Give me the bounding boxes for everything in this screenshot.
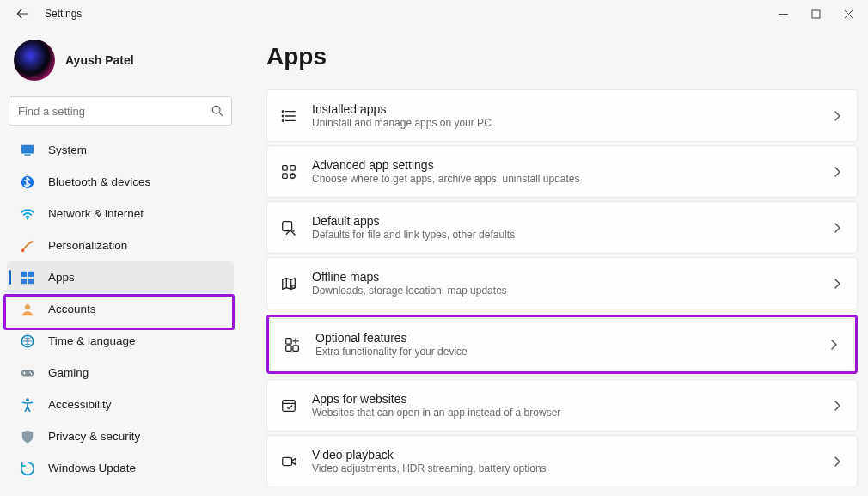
card-title: Apps for websites (312, 392, 833, 406)
svg-point-18 (282, 115, 284, 117)
svg-rect-3 (24, 154, 30, 155)
sidebar-item-label: Bluetooth & devices (48, 175, 150, 188)
apps-gear-icon (279, 162, 298, 181)
sidebar-item-label: Privacy & security (48, 430, 140, 443)
sidebar-item-time-language[interactable]: Time & language (7, 325, 234, 357)
sidebar-nav: SystemBluetooth & devicesNetwork & inter… (7, 134, 234, 484)
svg-rect-10 (28, 278, 34, 283)
svg-point-6 (21, 248, 25, 252)
person-icon (19, 301, 36, 318)
chevron-right-icon (833, 400, 841, 412)
sidebar: Ayush Patel SystemBluetooth & devicesNet… (0, 28, 241, 496)
sidebar-item-label: Time & language (48, 334, 136, 347)
card-title: Offline maps (312, 270, 833, 284)
sidebar-item-network-internet[interactable]: Network & internet (7, 198, 234, 230)
username: Ayush Patel (65, 53, 134, 67)
card-title: Default apps (312, 214, 833, 228)
sidebar-item-label: Accessibility (48, 398, 112, 411)
svg-point-5 (27, 217, 28, 219)
main-content: Apps Installed appsUninstall and manage … (241, 28, 868, 496)
sidebar-item-apps[interactable]: Apps (7, 261, 234, 293)
svg-point-11 (25, 304, 30, 309)
svg-rect-7 (21, 271, 27, 276)
sidebar-item-label: Apps (48, 271, 75, 284)
svg-rect-0 (812, 10, 820, 18)
sidebar-item-label: Windows Update (48, 462, 136, 475)
bluetooth-icon (19, 174, 36, 191)
highlight-rect-card: Optional featuresExtra functionality for… (266, 315, 858, 374)
svg-rect-28 (286, 345, 291, 350)
sidebar-item-privacy-security[interactable]: Privacy & security (7, 420, 234, 452)
card-subtitle: Uninstall and manage apps on your PC (312, 117, 833, 129)
features-icon (283, 335, 302, 354)
settings-card-video-playback[interactable]: Video playbackVideo adjustments, HDR str… (266, 435, 858, 487)
settings-card-apps-for-websites[interactable]: Apps for websitesWebsites that can open … (266, 379, 858, 432)
svg-point-14 (29, 371, 31, 373)
svg-point-15 (31, 373, 33, 375)
svg-rect-22 (283, 173, 287, 177)
svg-rect-21 (290, 165, 295, 169)
card-subtitle: Extra functionality for your device (315, 346, 829, 358)
system-icon (19, 142, 36, 159)
back-button[interactable] (12, 3, 33, 24)
settings-card-optional-features[interactable]: Optional featuresExtra functionality for… (270, 318, 854, 370)
svg-point-16 (26, 398, 29, 401)
map-icon (279, 274, 298, 293)
sidebar-item-label: Accounts (48, 303, 96, 315)
card-title: Installed apps (312, 102, 833, 116)
svg-rect-30 (283, 400, 296, 411)
sidebar-item-gaming[interactable]: Gaming (7, 357, 234, 389)
svg-rect-8 (28, 271, 34, 276)
settings-card-offline-maps[interactable]: Offline mapsDownloads, storage location,… (266, 257, 858, 309)
svg-point-17 (282, 110, 284, 112)
settings-card-default-apps[interactable]: Default appsDefaults for file and link t… (266, 201, 858, 254)
chevron-right-icon (833, 456, 841, 468)
chevron-right-icon (833, 278, 841, 290)
apps-web-icon (279, 396, 298, 415)
minimize-icon (779, 9, 788, 19)
maximize-button[interactable] (799, 2, 832, 26)
svg-rect-24 (283, 221, 292, 230)
svg-rect-9 (21, 278, 27, 283)
card-subtitle: Choose where to get apps, archive apps, … (312, 173, 833, 185)
svg-point-26 (292, 285, 296, 288)
svg-rect-27 (286, 338, 291, 343)
sidebar-item-windows-update[interactable]: Windows Update (7, 452, 234, 484)
apps-icon (19, 269, 36, 286)
update-icon (19, 460, 36, 477)
sidebar-item-label: Personalization (48, 239, 127, 252)
minimize-button[interactable] (767, 2, 799, 26)
sidebar-item-bluetooth-devices[interactable]: Bluetooth & devices (7, 166, 234, 198)
svg-point-1 (212, 106, 220, 113)
sidebar-item-label: System (48, 144, 87, 156)
shield-icon (19, 428, 36, 445)
svg-rect-31 (283, 457, 292, 465)
close-icon (844, 9, 853, 19)
profile-block[interactable]: Ayush Patel (7, 34, 234, 93)
card-subtitle: Video adjustments, HDR streaming, batter… (312, 462, 833, 475)
sidebar-item-accounts[interactable]: Accounts (7, 293, 234, 325)
arrow-left-icon (16, 8, 28, 20)
svg-rect-2 (21, 144, 34, 153)
close-button[interactable] (832, 2, 865, 26)
sidebar-item-personalization[interactable]: Personalization (7, 230, 234, 261)
sidebar-item-accessibility[interactable]: Accessibility (7, 389, 234, 420)
globe-clock-icon (19, 333, 36, 350)
accessibility-icon (19, 396, 36, 413)
chevron-right-icon (829, 339, 838, 351)
wifi-icon (19, 205, 36, 223)
chevron-right-icon (833, 166, 841, 178)
page-title: Apps (266, 43, 858, 70)
settings-card-installed-apps[interactable]: Installed appsUninstall and manage apps … (266, 89, 858, 142)
search-input[interactable] (9, 96, 232, 126)
svg-point-25 (292, 230, 294, 231)
sidebar-item-system[interactable]: System (7, 134, 234, 166)
brush-icon (19, 237, 36, 254)
chevron-right-icon (833, 110, 841, 122)
card-subtitle: Websites that can open in an app instead… (312, 407, 833, 419)
card-subtitle: Downloads, storage location, map updates (312, 285, 833, 297)
card-title: Video playback (312, 448, 833, 462)
svg-point-19 (282, 119, 284, 121)
settings-card-advanced-app-settings[interactable]: Advanced app settingsChoose where to get… (266, 145, 858, 198)
sidebar-item-label: Network & internet (48, 207, 144, 220)
